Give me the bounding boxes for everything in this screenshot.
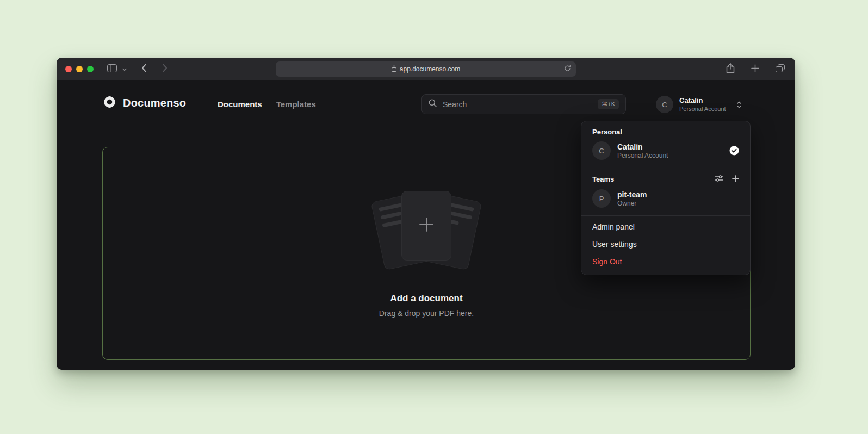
plus-icon (732, 175, 739, 184)
nav-item-templates[interactable]: Templates (276, 100, 316, 109)
back-button[interactable] (139, 61, 148, 76)
sliders-icon (715, 175, 723, 184)
new-tab-button[interactable] (749, 63, 761, 76)
menu-item-user-settings[interactable]: User settings (581, 235, 750, 253)
manage-teams-button[interactable] (715, 175, 723, 184)
team-item[interactable]: P pit-team Owner (581, 187, 750, 213)
tabs-icon (776, 64, 785, 74)
add-team-button[interactable] (732, 175, 739, 184)
search-icon (429, 99, 437, 109)
sidebar-toggle-button[interactable] (106, 63, 119, 76)
nav-item-documents[interactable]: Documents (218, 100, 262, 109)
personal-account-item[interactable]: C Catalin Personal Account (581, 139, 750, 165)
url-text: app.documenso.com (400, 65, 460, 73)
back-chevron-icon (141, 63, 147, 75)
forward-button[interactable] (160, 61, 170, 76)
main-nav: Documents Templates (218, 80, 316, 127)
team-role: Owner (617, 200, 647, 208)
address-bar[interactable]: app.documenso.com (276, 61, 576, 77)
reload-icon (564, 65, 571, 73)
brand-name: Documenso (123, 97, 186, 109)
forward-chevron-icon (162, 63, 168, 75)
personal-type: Personal Account (617, 152, 668, 160)
plus-icon (751, 64, 759, 74)
team-text: pit-team Owner (617, 190, 647, 208)
personal-text: Catalin Personal Account (617, 142, 668, 160)
minimize-window-button[interactable] (76, 66, 83, 72)
menu-divider (581, 168, 750, 168)
history-controls (139, 61, 170, 76)
sidebar-controls (106, 63, 128, 76)
close-window-button[interactable] (65, 66, 72, 72)
sidebar-icon (107, 64, 117, 74)
search-box[interactable]: ⌘+K (421, 94, 626, 114)
traffic-lights (65, 66, 94, 72)
personal-name: Catalin (617, 142, 668, 152)
menu-item-sign-out[interactable]: Sign Out (581, 253, 750, 270)
personal-section-label: Personal (581, 125, 750, 139)
account-name: Catalin (679, 96, 726, 105)
share-button[interactable] (724, 61, 736, 77)
share-icon (726, 63, 735, 75)
chevron-down-icon (122, 65, 127, 73)
menu-item-admin-panel[interactable]: Admin panel (581, 218, 750, 235)
toolbar-right-controls (724, 61, 786, 77)
search-input[interactable] (442, 100, 593, 109)
account-avatar: C (656, 96, 673, 113)
tab-overview-button[interactable] (774, 63, 786, 76)
zoom-window-button[interactable] (87, 66, 94, 72)
account-menu-button[interactable]: C Catalin Personal Account (656, 94, 742, 115)
account-type: Personal Account (679, 105, 726, 113)
browser-toolbar: app.documenso.com (57, 58, 795, 80)
brand-logo[interactable]: Documenso (102, 95, 186, 111)
team-name: pit-team (617, 190, 647, 200)
account-text: Catalin Personal Account (679, 96, 726, 113)
team-avatar: P (592, 189, 611, 208)
account-dropdown-menu: Personal C Catalin Personal Account Team… (581, 121, 751, 275)
chevron-up-down-icon (736, 101, 742, 109)
lock-icon (392, 64, 396, 74)
teams-section-label: Teams (592, 175, 715, 183)
selected-check-icon (729, 146, 739, 156)
reload-button[interactable] (562, 63, 573, 75)
browser-window: app.documenso.com (57, 58, 795, 370)
tab-group-chevron-button[interactable] (121, 63, 128, 75)
app-content: Documenso Documents Templates ⌘+K C Cata… (57, 80, 795, 370)
teams-actions (715, 175, 739, 184)
search-shortcut-badge: ⌘+K (598, 99, 619, 109)
menu-divider (581, 215, 750, 216)
dropzone-subtitle: Drag & drop your PDF here. (379, 309, 474, 318)
documenso-logo-icon (102, 95, 117, 111)
teams-section-header: Teams (581, 170, 750, 187)
personal-avatar: C (592, 141, 611, 160)
document-stack-illustration (361, 190, 492, 272)
dropzone-title: Add a document (390, 293, 462, 304)
add-plus-icon (417, 215, 436, 236)
document-card-center (401, 191, 451, 261)
